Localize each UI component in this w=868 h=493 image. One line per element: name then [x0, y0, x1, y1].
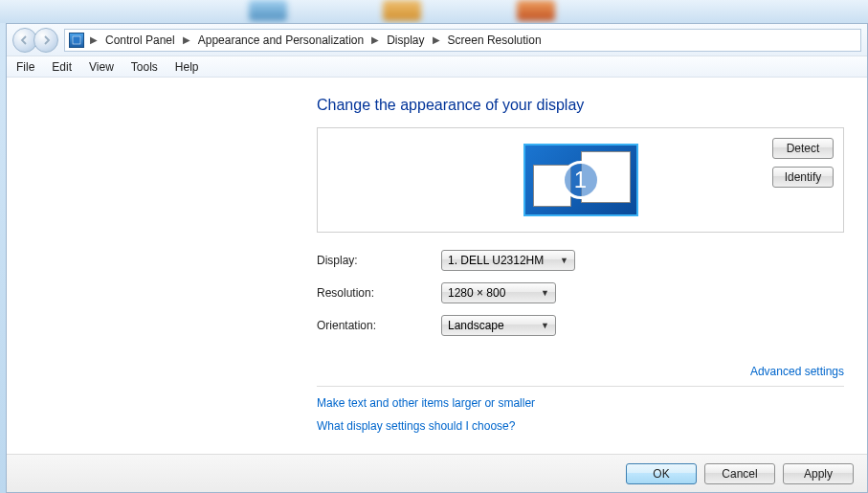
- resolution-dropdown[interactable]: 1280 × 800 ▼: [441, 282, 556, 303]
- larger-text-link[interactable]: Make text and other items larger or smal…: [317, 396, 844, 410]
- resolution-label: Resolution:: [317, 286, 441, 300]
- background-taskbar: [0, 0, 868, 23]
- orientation-dropdown[interactable]: Landscape ▼: [441, 315, 556, 336]
- page-title: Change the appearance of your display: [317, 97, 844, 114]
- monitor-number-badge: 1: [562, 161, 600, 199]
- cancel-button[interactable]: Cancel: [704, 463, 775, 484]
- chevron-right-icon: ▶: [433, 34, 440, 45]
- chevron-down-icon: ▼: [560, 256, 568, 265]
- nav-buttons: [12, 28, 58, 53]
- advanced-settings-link[interactable]: Advanced settings: [750, 365, 844, 378]
- menu-view[interactable]: View: [89, 60, 114, 74]
- chevron-right-icon: ▶: [90, 34, 98, 45]
- menu-file[interactable]: File: [16, 60, 34, 74]
- menu-bar: File Edit View Tools Help: [7, 56, 867, 78]
- identify-button[interactable]: Identify: [772, 167, 834, 188]
- svg-rect-0: [73, 36, 80, 44]
- menu-edit[interactable]: Edit: [52, 60, 72, 74]
- orientation-label: Orientation:: [317, 319, 441, 332]
- main-pane: Change the appearance of your display 1 …: [7, 78, 867, 454]
- breadcrumb-item-screen-resolution[interactable]: Screen Resolution: [446, 34, 544, 47]
- display-value: 1. DELL U2312HM: [448, 254, 544, 267]
- content-area: Change the appearance of your display 1 …: [7, 78, 867, 454]
- chevron-down-icon: ▼: [541, 321, 549, 330]
- detect-button[interactable]: Detect: [772, 138, 834, 159]
- footer-button-row: OK Cancel Apply: [7, 454, 867, 492]
- breadcrumb-item-appearance[interactable]: Appearance and Personalization: [196, 34, 366, 47]
- control-panel-icon: [69, 33, 84, 48]
- settings-form: Display: 1. DELL U2312HM ▼ Resolution: 1…: [317, 250, 844, 336]
- breadcrumb-item-control-panel[interactable]: Control Panel: [103, 34, 177, 47]
- forward-button[interactable]: [33, 28, 58, 53]
- breadcrumb-item-display[interactable]: Display: [385, 34, 426, 47]
- divider: [317, 386, 844, 387]
- which-settings-link[interactable]: What display settings should I choose?: [317, 419, 844, 433]
- menu-tools[interactable]: Tools: [131, 60, 158, 74]
- apply-button[interactable]: Apply: [783, 463, 854, 484]
- chevron-right-icon: ▶: [183, 34, 190, 45]
- display-label: Display:: [317, 254, 441, 267]
- monitor-preview-box: 1 Detect Identify: [317, 127, 844, 233]
- chevron-down-icon: ▼: [541, 288, 549, 298]
- breadcrumb[interactable]: ▶ Control Panel ▶ Appearance and Persona…: [64, 29, 861, 52]
- monitor-thumbnail[interactable]: 1: [523, 144, 638, 216]
- explorer-window: ▶ Control Panel ▶ Appearance and Persona…: [6, 23, 868, 493]
- orientation-value: Landscape: [448, 319, 504, 332]
- address-bar-row: ▶ Control Panel ▶ Appearance and Persona…: [7, 24, 867, 56]
- display-dropdown[interactable]: 1. DELL U2312HM ▼: [441, 250, 575, 271]
- menu-help[interactable]: Help: [175, 60, 199, 74]
- chevron-right-icon: ▶: [371, 34, 379, 45]
- ok-button[interactable]: OK: [626, 463, 697, 484]
- resolution-value: 1280 × 800: [448, 286, 505, 300]
